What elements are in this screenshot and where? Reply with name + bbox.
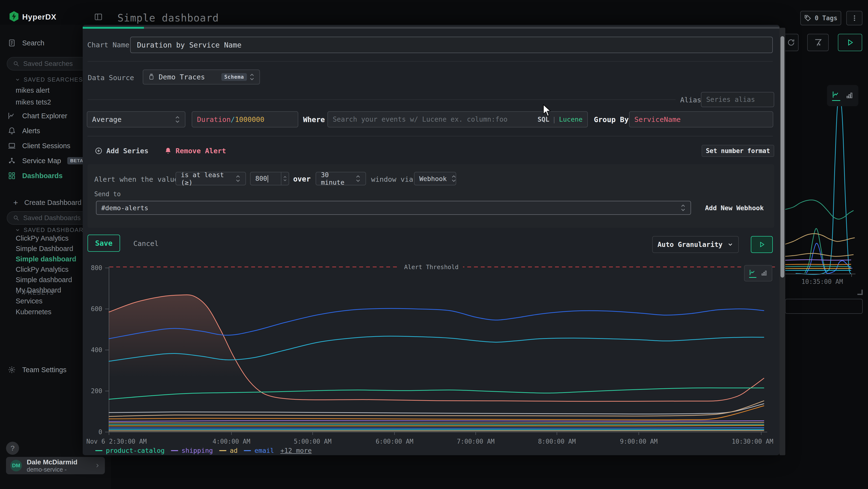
help-button[interactable]: ? (6, 442, 19, 455)
alert-threshold-label: Alert Threshold (404, 264, 459, 270)
group-by-input[interactable]: ServiceName (629, 111, 773, 127)
alert-threshold-input[interactable]: 800 (250, 172, 289, 185)
select-chevrons-icon (235, 174, 241, 183)
sidebar-nav: Chart ExplorerAlertsClient SessionsServi… (8, 112, 86, 186)
chevron-down-icon (15, 227, 20, 233)
sidebar-item[interactable]: mikes alert (16, 86, 51, 94)
sidebar-item-dashboards[interactable]: Dashboards (8, 172, 86, 180)
add-series-button[interactable]: Add Series (95, 147, 149, 155)
legend-item[interactable]: product-catalog (95, 447, 165, 454)
sidebar-item-chart-explorer[interactable]: Chart Explorer (8, 112, 86, 120)
legend-item[interactable]: ad (219, 447, 238, 454)
tags-button[interactable]: 0 Tags (800, 11, 841, 25)
aggregation-select[interactable]: Average (87, 111, 185, 127)
alert-prefix: Alert when the value (94, 175, 179, 183)
modal-scrollbar-thumb[interactable] (780, 36, 784, 278)
sidebar-item-label: Search (22, 39, 44, 47)
saved-searches-list: mikes alertmikes tets2 (16, 86, 51, 110)
sidebar-item[interactable]: ClickPy Analytics (16, 234, 76, 242)
sidebar-item[interactable]: mikes tets2 (16, 98, 51, 106)
preview-run-button[interactable] (751, 236, 773, 253)
chevron-down-icon (15, 77, 20, 82)
sidebar-item[interactable]: Simple dashboard (16, 276, 76, 284)
add-new-webhook-button[interactable]: Add New Webhook (705, 204, 764, 212)
hyperdx-logo-icon (9, 11, 19, 22)
granularity-select[interactable]: Auto Granularity (652, 236, 739, 253)
user-name: Dale McDiarmid (27, 458, 89, 466)
modal-progress-bar (83, 27, 144, 29)
presets-list: ServicesKubernetes (16, 297, 51, 319)
kebab-icon (851, 15, 858, 22)
select-chevrons-icon (175, 115, 180, 123)
legend-item[interactable]: +12 more (280, 447, 312, 454)
run-query-button[interactable] (838, 34, 862, 51)
laptop-icon (8, 142, 16, 150)
where-label: Where (303, 115, 325, 124)
modal-progress-track (83, 27, 779, 29)
sidebar-toggle-icon[interactable] (94, 12, 103, 21)
save-button[interactable]: Save (88, 235, 120, 252)
chart-legend: product-catalogshippingademail+12 more (95, 447, 312, 454)
filter-button[interactable] (807, 34, 829, 51)
line-chart-icon[interactable] (832, 90, 840, 101)
resize-handle-icon[interactable] (858, 290, 863, 295)
sidebar-item[interactable]: Simple Dashboard (16, 245, 76, 253)
bar-chart-icon[interactable] (761, 270, 768, 277)
x-tick-label: 4:00:00 AM (213, 438, 250, 445)
bar-chart-icon[interactable] (845, 92, 853, 99)
presets-header[interactable]: PRESETS (15, 289, 54, 296)
chart-type-toggle[interactable] (744, 265, 772, 282)
sidebar-item-client-sessions[interactable]: Client Sessions (8, 142, 86, 150)
number-spinner[interactable] (281, 172, 289, 185)
grid-icon (8, 172, 16, 180)
chevron-down-icon (727, 241, 734, 248)
series-line (109, 431, 764, 431)
saved-searches-header[interactable]: SAVED SEARCHES (15, 76, 83, 83)
y-tick-label: 0 (98, 428, 102, 436)
cancel-button[interactable]: Cancel (133, 239, 159, 248)
database-icon (148, 74, 155, 80)
more-menu-button[interactable] (846, 11, 863, 25)
alert-condition-select[interactable]: is at least (≥) (176, 172, 246, 185)
sidebar-item[interactable]: Services (16, 297, 51, 305)
text-caret (268, 175, 268, 182)
chart-name-input[interactable] (130, 37, 773, 53)
chevron-down-icon (15, 290, 20, 295)
user-menu[interactable]: DM Dale McDiarmid demo-service - (6, 457, 105, 474)
background-time-label: 10:35:00 AM (793, 278, 851, 285)
alert-channel-select[interactable]: Webhook (414, 172, 456, 185)
sidebar-item-alerts[interactable]: Alerts (8, 127, 86, 135)
tag-icon (804, 15, 811, 22)
line-chart-icon[interactable] (749, 269, 756, 278)
webhook-select[interactable]: #demo-alerts (96, 201, 691, 215)
user-org: demo-service - (27, 466, 89, 473)
refresh-button[interactable] (784, 34, 799, 51)
legend-item[interactable]: email (244, 447, 274, 454)
sidebar-item-search[interactable]: Search (8, 39, 44, 47)
background-chart-toggle[interactable] (827, 85, 858, 106)
sidebar-item-team-settings[interactable]: Team Settings (8, 366, 66, 374)
lucene-toggle[interactable]: Lucene (559, 116, 583, 123)
set-number-format-button[interactable]: Set number format (702, 145, 774, 157)
bell-icon (8, 127, 16, 135)
sidebar-item[interactable]: Simple dashboard (16, 255, 76, 263)
sidebar-item[interactable]: Kubernetes (16, 308, 51, 316)
mouse-cursor (543, 104, 551, 117)
remove-alert-button[interactable]: Remove Alert (164, 147, 226, 155)
y-tick-label: 200 (91, 387, 102, 395)
data-source-select[interactable]: Demo Traces Schema (143, 69, 260, 84)
create-dashboard-button[interactable]: + Create Dashboard (13, 198, 82, 207)
field-expression-input[interactable]: Duration/1000000 (192, 111, 298, 127)
x-tick-label: Nov 6 2:30:00 AM (86, 438, 147, 445)
saved-dashboards-header[interactable]: SAVED DASHBOARDS (15, 227, 93, 233)
y-tick-label: 800 (91, 264, 102, 271)
alias-input[interactable]: Series alias (701, 92, 774, 107)
search-icon (13, 60, 19, 67)
sidebar-item[interactable]: ClickPy Analytics (16, 265, 76, 274)
search-doc-icon (8, 39, 16, 47)
schema-badge: Schema (221, 73, 247, 81)
sidebar-item-service-map[interactable]: Service MapBETA (8, 156, 86, 165)
legend-item[interactable]: shipping (171, 447, 213, 454)
x-tick-label: 10:30:00 AM (732, 438, 773, 445)
alert-window-select[interactable]: 30 minute (316, 172, 366, 185)
